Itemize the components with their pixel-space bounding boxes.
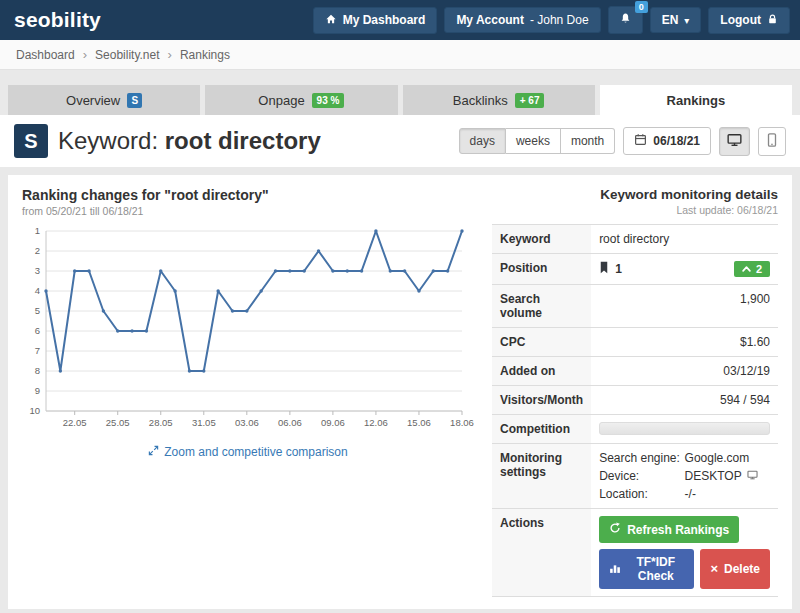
date-picker-button[interactable]: 06/18/21: [623, 127, 711, 155]
position-change-value: 2: [756, 263, 762, 275]
svg-text:31.05: 31.05: [192, 417, 216, 428]
monitoring-label: Monitoring settings: [492, 444, 591, 509]
my-account-user: - John Doe: [530, 13, 589, 27]
desktop-mini-icon: [747, 469, 758, 483]
chart-subtitle: from 05/20/21 till 06/18/21: [22, 205, 474, 217]
position-change-badge[interactable]: 2: [734, 261, 770, 277]
logout-button[interactable]: Logout: [708, 7, 790, 34]
onpage-score-badge: 93 %: [312, 93, 345, 108]
seobility-app: seobility My Dashboard My Account - John…: [0, 0, 800, 613]
actions-label: Actions: [492, 509, 591, 597]
competition-label: Competition: [492, 415, 591, 444]
svg-text:03.06: 03.06: [235, 417, 259, 428]
table-row-visitors: Visitors/Month 594 / 594: [492, 386, 778, 415]
home-icon: [325, 13, 337, 28]
visitors-value: 594 / 594: [591, 386, 778, 415]
search-volume-label: Search volume: [492, 285, 591, 328]
search-engine-label: Search engine:: [599, 451, 684, 465]
page-title: Keyword: root directory: [58, 127, 321, 155]
table-row-position: Position 1 2: [492, 254, 778, 285]
my-account-button[interactable]: My Account - John Doe: [444, 7, 600, 33]
close-icon: ×: [710, 564, 718, 574]
chart-title: Ranking changes for "root directory": [22, 187, 474, 203]
svg-text:15.06: 15.06: [407, 417, 431, 428]
title-controls: days weeks month 06/18/21: [459, 127, 786, 156]
chevron-down-icon: ▾: [684, 15, 689, 26]
tfidf-check-button[interactable]: TF*IDF Check: [599, 549, 694, 589]
title-left: S Keyword: root directory: [14, 124, 321, 158]
actions-row: TF*IDF Check × Delete: [599, 549, 770, 589]
cpc-value: $1.60: [591, 328, 778, 357]
mobile-device-button[interactable]: [758, 127, 786, 156]
breadcrumb-dashboard[interactable]: Dashboard: [16, 48, 75, 62]
device-label: Device:: [599, 469, 684, 483]
keyword-value: root directory: [591, 225, 778, 254]
tab-backlinks-label: Backlinks: [453, 93, 508, 108]
tab-onpage[interactable]: Onpage 93 %: [205, 85, 397, 115]
tab-rankings-label: Rankings: [667, 93, 726, 108]
refresh-icon: [609, 522, 621, 537]
range-month-button[interactable]: month: [561, 128, 615, 154]
lock-icon: [767, 13, 778, 28]
tab-rankings[interactable]: Rankings: [600, 85, 792, 115]
bar-chart-icon: [609, 562, 621, 577]
svg-text:25.05: 25.05: [106, 417, 130, 428]
added-on-value: 03/12/19: [591, 357, 778, 386]
my-dashboard-button[interactable]: My Dashboard: [313, 7, 438, 34]
position-value: 1: [615, 262, 622, 276]
breadcrumb: Dashboard › Seobility.net › Rankings: [0, 40, 800, 70]
breadcrumb-separator-icon: ›: [168, 47, 172, 62]
breadcrumb-rankings: Rankings: [180, 48, 230, 62]
svg-text:06.06: 06.06: [278, 417, 302, 428]
refresh-rankings-button[interactable]: Refresh Rankings: [599, 516, 739, 543]
chart-section: Ranking changes for "root directory" fro…: [22, 187, 474, 597]
monitoring-cell: Search engine: Google.com Device: DESKTO…: [591, 444, 778, 509]
actions-cell: Refresh Rankings TF*IDF Check × Delete: [591, 509, 778, 597]
competition-progress-bar: [599, 422, 770, 435]
topbar-actions: My Dashboard My Account - John Doe 0 EN …: [313, 6, 790, 34]
added-on-label: Added on: [492, 357, 591, 386]
delete-label: Delete: [724, 562, 760, 576]
tab-backlinks[interactable]: Backlinks + 67: [403, 85, 595, 115]
search-engine-value: Google.com: [685, 451, 770, 465]
competition-cell: [591, 415, 778, 444]
svg-text:09.06: 09.06: [321, 417, 345, 428]
device-value-wrap: DESKTOP: [685, 469, 770, 483]
bell-icon: [619, 12, 632, 28]
seobility-mini-icon: S: [127, 93, 142, 108]
svg-text:12.06: 12.06: [364, 417, 388, 428]
section-tabs: Overview S Onpage 93 % Backlinks + 67 Ra…: [0, 85, 800, 115]
table-row-added-on: Added on 03/12/19: [492, 357, 778, 386]
keyword-details-table: Keyword root directory Position 1: [492, 224, 778, 597]
my-dashboard-label: My Dashboard: [343, 13, 426, 27]
language-dropdown[interactable]: EN ▾: [650, 7, 702, 33]
notifications-button[interactable]: 0: [608, 6, 643, 34]
breadcrumb-project[interactable]: Seobility.net: [95, 48, 159, 62]
delete-button[interactable]: × Delete: [700, 549, 770, 589]
backlinks-badge: + 67: [515, 93, 545, 108]
seobility-brand-icon: S: [14, 124, 48, 158]
range-weeks-button[interactable]: weeks: [506, 128, 561, 154]
table-row-cpc: CPC $1.60: [492, 328, 778, 357]
range-days-button[interactable]: days: [459, 128, 506, 154]
svg-text:2: 2: [35, 245, 40, 256]
keyword-label: Keyword: [492, 225, 591, 254]
svg-text:18.06: 18.06: [450, 417, 474, 428]
svg-text:28.05: 28.05: [149, 417, 173, 428]
ranking-line-chart[interactable]: 1234567891022.0525.0528.0531.0503.0606.0…: [22, 223, 474, 439]
desktop-device-button[interactable]: [719, 127, 750, 156]
search-volume-value: 1,900: [591, 285, 778, 328]
tab-overview[interactable]: Overview S: [8, 85, 200, 115]
expand-icon: [148, 445, 159, 459]
zoom-comparison-link[interactable]: Zoom and competitive comparison: [22, 445, 474, 459]
svg-text:7: 7: [35, 345, 40, 356]
mobile-icon: [766, 133, 778, 150]
notification-badge: 0: [635, 1, 648, 13]
page-title-bar: S Keyword: root directory days weeks mon…: [0, 115, 800, 167]
tab-overview-label: Overview: [66, 93, 120, 108]
svg-text:22.05: 22.05: [63, 417, 87, 428]
page-title-keyword: root directory: [165, 127, 321, 154]
seobility-logo[interactable]: seobility: [10, 8, 101, 32]
logout-label: Logout: [720, 13, 761, 27]
location-label: Location:: [599, 487, 684, 501]
